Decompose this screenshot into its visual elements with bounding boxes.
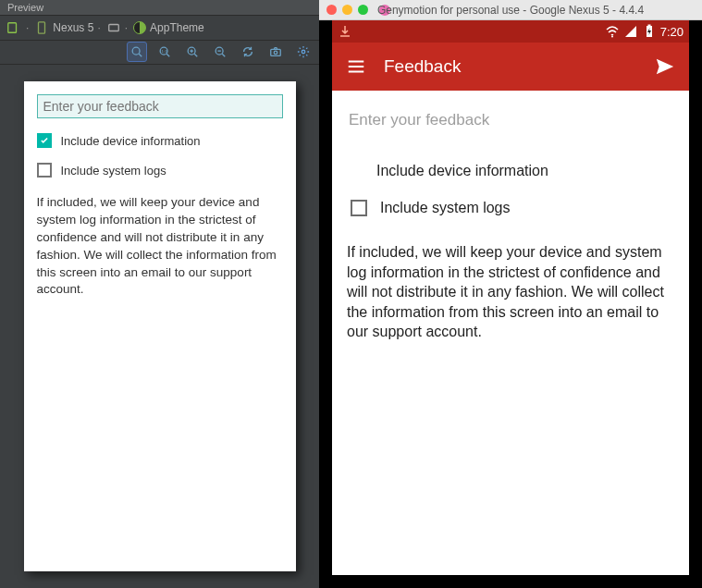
feedback-input[interactable]: Enter your feedback bbox=[347, 109, 674, 131]
svg-rect-15 bbox=[271, 50, 281, 56]
theme-icon bbox=[133, 21, 146, 34]
preview-tab[interactable]: Preview bbox=[0, 0, 319, 16]
cellular-signal-icon bbox=[623, 24, 638, 39]
include-device-info-label: Include device information bbox=[61, 134, 201, 148]
preview-tab-label: Preview bbox=[7, 2, 43, 13]
svg-rect-2 bbox=[108, 24, 118, 31]
include-device-info-checkbox[interactable] bbox=[37, 133, 52, 148]
phone-icon bbox=[34, 20, 49, 35]
svg-point-17 bbox=[302, 51, 305, 55]
zoom-fit-icon[interactable] bbox=[127, 42, 147, 62]
android-status-bar: 7:20 bbox=[332, 20, 689, 43]
hamburger-menu-icon[interactable] bbox=[345, 55, 367, 78]
svg-line-13 bbox=[222, 54, 225, 56]
orientation-selector[interactable]: · bbox=[106, 20, 128, 35]
svg-line-9 bbox=[194, 54, 197, 56]
include-device-info-label: Include device information bbox=[376, 163, 674, 179]
mac-zoom-button[interactable] bbox=[358, 5, 368, 15]
preview-stage: Include device information Include syste… bbox=[0, 65, 319, 588]
svg-rect-0 bbox=[8, 23, 17, 33]
include-system-logs-label: Include system logs bbox=[380, 200, 511, 216]
emulator-phone-screen: 7:20 Feedback Enter your feedback Includ… bbox=[332, 20, 689, 575]
svg-rect-1 bbox=[39, 22, 45, 33]
window-title: Genymotion for personal use - Google Nex… bbox=[377, 4, 644, 17]
emulator-pane: Genymotion for personal use - Google Nex… bbox=[319, 0, 702, 588]
preview-device-card: Include device information Include syste… bbox=[24, 81, 296, 571]
send-icon[interactable] bbox=[654, 55, 676, 78]
emulator-device-wrap: 7:20 Feedback Enter your feedback Includ… bbox=[319, 20, 702, 588]
preview-toolbar-primary: · Nexus 5 · · AppTheme bbox=[0, 16, 319, 41]
feedback-input[interactable] bbox=[37, 94, 283, 118]
svg-line-4 bbox=[139, 54, 142, 56]
svg-line-6 bbox=[166, 54, 169, 56]
preview-toolbar-secondary: 1:1 bbox=[0, 41, 319, 66]
android-studio-preview-pane: Preview · Nexus 5 · · AppTheme bbox=[0, 0, 319, 588]
mac-minimize-button[interactable] bbox=[342, 5, 352, 15]
zoom-out-icon[interactable] bbox=[210, 42, 230, 62]
svg-point-18 bbox=[611, 36, 613, 38]
actionbar-title: Feedback bbox=[384, 56, 461, 77]
theme-selector[interactable]: AppTheme bbox=[133, 21, 204, 34]
zoom-in-icon[interactable] bbox=[182, 42, 203, 62]
theme-selector-label: AppTheme bbox=[150, 21, 204, 34]
device-selector-label: Nexus 5 bbox=[53, 21, 93, 34]
battery-charging-icon bbox=[642, 24, 657, 39]
svg-text:1:1: 1:1 bbox=[162, 49, 168, 54]
status-time: 7:20 bbox=[660, 25, 684, 39]
include-system-logs-checkbox[interactable] bbox=[37, 163, 52, 178]
mac-window-titlebar: Genymotion for personal use - Google Nex… bbox=[319, 0, 702, 20]
screenshot-icon[interactable] bbox=[265, 42, 286, 62]
disclaimer-text: If included, we will keep your device an… bbox=[347, 242, 674, 342]
emulator-content: Enter your feedback Include device infor… bbox=[332, 91, 689, 575]
include-system-logs-checkbox[interactable] bbox=[351, 200, 367, 216]
svg-rect-20 bbox=[647, 25, 650, 27]
settings-icon[interactable] bbox=[293, 42, 314, 62]
orientation-icon bbox=[106, 20, 121, 35]
mac-close-button[interactable] bbox=[326, 5, 337, 15]
svg-point-16 bbox=[274, 51, 277, 55]
render-config-icon[interactable] bbox=[6, 20, 20, 35]
svg-point-3 bbox=[132, 47, 140, 55]
wifi-icon bbox=[605, 24, 620, 39]
include-system-logs-label: Include system logs bbox=[61, 164, 166, 178]
refresh-icon[interactable] bbox=[238, 42, 258, 62]
download-icon bbox=[338, 24, 352, 39]
app-actionbar: Feedback bbox=[332, 43, 689, 91]
device-selector[interactable]: Nexus 5 · bbox=[34, 20, 100, 35]
disclaimer-text: If included, we will keep your device an… bbox=[37, 194, 283, 299]
zoom-actual-icon[interactable]: 1:1 bbox=[154, 42, 175, 62]
